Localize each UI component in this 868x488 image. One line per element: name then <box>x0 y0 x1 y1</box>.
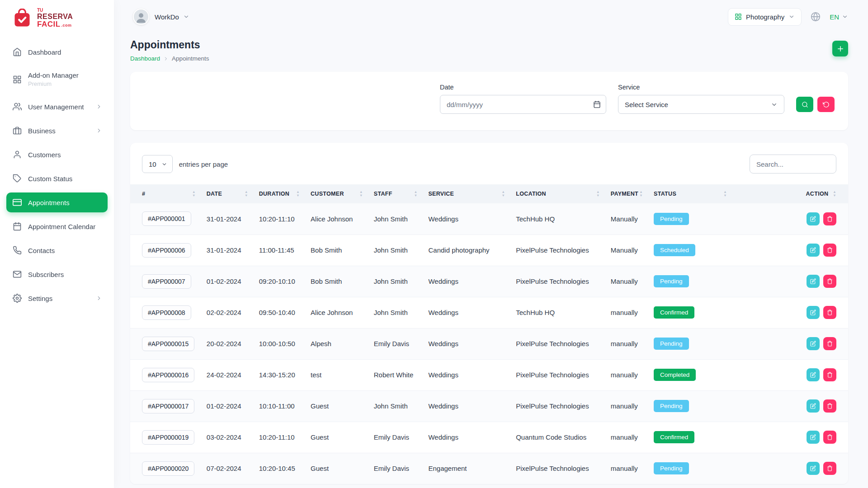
date-cell: 01-02-2024 <box>202 266 255 297</box>
service-filter-label: Service <box>618 84 784 91</box>
duration-cell: 10:00-10:50 <box>255 328 306 359</box>
payment-cell: Manually <box>606 266 649 297</box>
sidebar-item-contacts[interactable]: Contacts <box>6 240 108 260</box>
delete-button[interactable] <box>823 431 836 444</box>
appointment-id-badge: #APP0000019 <box>142 430 194 445</box>
entries-per-page-value: 10 <box>149 160 156 168</box>
status-badge: Pending <box>654 213 689 225</box>
delete-button[interactable] <box>823 368 836 381</box>
sidebar-nav: DashboardAdd-on ManagerPremiumUser Manag… <box>0 33 114 308</box>
sidebar-item-customers[interactable]: Customers <box>6 145 108 164</box>
edit-button[interactable] <box>807 368 820 381</box>
delete-button[interactable] <box>823 244 836 257</box>
customer-cell: Alice Johnson <box>306 297 369 328</box>
location-cell: PixelPulse Technologies <box>511 359 606 390</box>
sort-arrows-icon[interactable]: ▲▼ <box>639 191 645 197</box>
column-header-staff[interactable]: STAFF▲▼ <box>369 184 424 203</box>
table-search-input[interactable] <box>750 155 836 174</box>
location-cell: TechHub HQ <box>511 203 606 235</box>
location-cell: PixelPulse Technologies <box>511 235 606 266</box>
brand-logo[interactable]: TU RESERVA FACIL.com <box>0 0 114 33</box>
module-selector[interactable]: Photography <box>728 8 802 26</box>
delete-button[interactable] <box>823 212 836 225</box>
sort-arrows-icon[interactable]: ▲▼ <box>296 191 302 197</box>
column-header-action[interactable]: ACTION▲▼ <box>733 184 848 203</box>
calendar-icon <box>13 222 22 231</box>
breadcrumb-current: Appointments <box>172 55 209 62</box>
column-header-service[interactable]: SERVICE▲▼ <box>424 184 511 203</box>
breadcrumb-dashboard-link[interactable]: Dashboard <box>130 55 160 62</box>
delete-button[interactable] <box>823 399 836 413</box>
column-header-date[interactable]: DATE▲▼ <box>202 184 255 203</box>
sidebar-item-add-on-manager[interactable]: Add-on ManagerPremium <box>6 66 108 93</box>
sort-arrows-icon[interactable]: ▲▼ <box>501 191 507 197</box>
staff-cell: John Smith <box>369 235 424 266</box>
staff-cell: John Smith <box>369 297 424 328</box>
globe-icon[interactable] <box>811 12 821 22</box>
entries-per-page-select[interactable]: 10 <box>142 155 173 173</box>
filter-search-button[interactable] <box>796 97 813 112</box>
appointment-id-badge: #APP000008 <box>142 305 191 320</box>
workspace-switcher[interactable]: WorkDo <box>133 9 189 25</box>
grid-icon <box>735 13 742 20</box>
sort-arrows-icon[interactable]: ▲▼ <box>192 191 198 197</box>
trash-icon <box>827 403 833 409</box>
date-cell: 24-02-2024 <box>202 359 255 390</box>
delete-button[interactable] <box>823 306 836 319</box>
duration-cell: 10:20-10:45 <box>255 453 306 484</box>
edit-button[interactable] <box>807 399 820 413</box>
page-header: Appointments Dashboard Appointments <box>114 33 868 72</box>
edit-icon <box>810 247 816 253</box>
sort-arrows-icon[interactable]: ▲▼ <box>245 191 250 197</box>
row-actions <box>738 244 836 257</box>
column-header-customer[interactable]: CUSTOMER▲▼ <box>306 184 369 203</box>
sidebar: TU RESERVA FACIL.com DashboardAdd-on Man… <box>0 0 114 488</box>
service-select-value: Select Service <box>625 101 668 108</box>
sidebar-item-appointment-calendar[interactable]: Appointment Calendar <box>6 216 108 236</box>
add-appointment-button[interactable] <box>832 41 848 56</box>
edit-button[interactable] <box>807 244 820 257</box>
service-filter-group: Service Select Service <box>618 84 784 114</box>
column-header-payment[interactable]: PAYMENT▲▼ <box>606 184 649 203</box>
sidebar-item-business[interactable]: Business <box>6 121 108 141</box>
date-input[interactable] <box>440 95 606 114</box>
calendar-icon[interactable] <box>593 101 601 108</box>
sort-arrows-icon[interactable]: ▲▼ <box>414 191 420 197</box>
chevron-down-icon <box>788 14 795 20</box>
sort-arrows-icon[interactable]: ▲▼ <box>359 191 365 197</box>
sidebar-item-dashboard[interactable]: Dashboard <box>6 42 108 62</box>
column-header-status[interactable]: STATUS▲▼ <box>649 184 733 203</box>
edit-icon <box>810 372 816 378</box>
sort-arrows-icon[interactable]: ▲▼ <box>723 191 729 197</box>
reset-icon <box>823 101 830 108</box>
delete-button[interactable] <box>823 337 836 350</box>
edit-button[interactable] <box>807 212 820 225</box>
sidebar-item-sublabel: Premium <box>28 80 79 87</box>
staff-cell: John Smith <box>369 266 424 297</box>
sidebar-item-custom-status[interactable]: Custom Status <box>6 169 108 188</box>
status-badge: Pending <box>654 462 689 474</box>
service-cell: Weddings <box>424 266 511 297</box>
edit-button[interactable] <box>807 431 820 444</box>
edit-button[interactable] <box>807 306 820 319</box>
column-header-location[interactable]: LOCATION▲▼ <box>511 184 606 203</box>
delete-button[interactable] <box>823 275 836 288</box>
edit-button[interactable] <box>807 337 820 350</box>
delete-button[interactable] <box>823 462 836 475</box>
sidebar-item-user-management[interactable]: User Management <box>6 97 108 117</box>
sidebar-item-subscribers[interactable]: Subscribers <box>6 264 108 284</box>
edit-button[interactable] <box>807 462 820 475</box>
language-selector[interactable]: EN <box>830 13 848 21</box>
filter-reset-button[interactable] <box>817 97 835 112</box>
sidebar-item-settings[interactable]: Settings <box>6 288 108 308</box>
trash-icon <box>827 216 833 222</box>
edit-button[interactable] <box>807 275 820 288</box>
column-header-id[interactable]: #▲▼ <box>130 184 202 203</box>
location-cell: PixelPulse Technologies <box>511 453 606 484</box>
column-header-duration[interactable]: DURATION▲▼ <box>255 184 306 203</box>
sort-arrows-icon[interactable]: ▲▼ <box>596 191 602 197</box>
sidebar-item-appointments[interactable]: Appointments <box>6 192 108 212</box>
service-select[interactable]: Select Service <box>618 95 784 114</box>
customer-cell: Alice Johnson <box>306 203 369 235</box>
sort-arrows-icon[interactable]: ▲▼ <box>833 191 836 197</box>
